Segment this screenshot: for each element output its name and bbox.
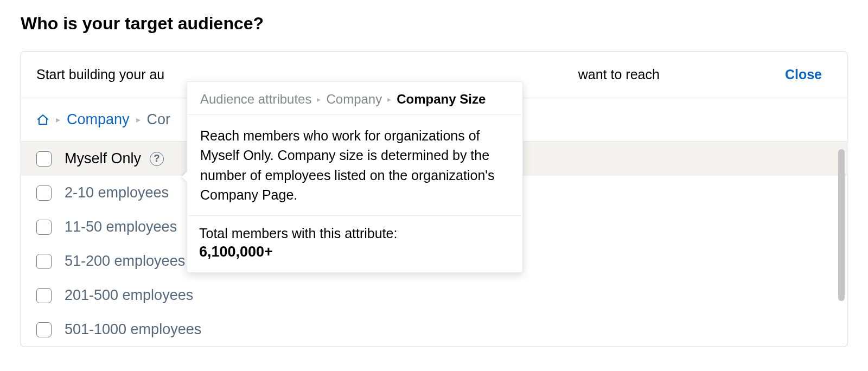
checkbox[interactable] <box>36 151 52 167</box>
scrollbar[interactable] <box>838 149 845 301</box>
help-icon[interactable]: ? <box>150 152 164 166</box>
tooltip-count: 6,100,000+ <box>199 244 510 260</box>
checkbox[interactable] <box>36 186 52 201</box>
panel-intro-text: Start building your auxxxxxxxxxxxxxxxxxx… <box>36 67 660 82</box>
tooltip-breadcrumb: Audience attributes ▸ Company ▸ Company … <box>188 82 521 115</box>
home-icon[interactable] <box>36 113 49 126</box>
tooltip-footer-label: Total members with this attribute: <box>199 226 510 241</box>
checkbox[interactable] <box>36 288 52 303</box>
option-label: 201-500 employees <box>65 287 193 304</box>
breadcrumb-sep: ▸ <box>136 114 141 125</box>
checkbox[interactable] <box>36 254 52 269</box>
breadcrumb-sep: ▸ <box>56 114 60 125</box>
tooltip-crumb-audience: Audience attributes <box>200 92 311 107</box>
option-row[interactable]: 201-500 employees <box>21 278 847 312</box>
option-label: Myself Only <box>65 150 141 167</box>
option-label: 11-50 employees <box>65 219 177 235</box>
option-row[interactable]: 501-1000 employees <box>21 312 847 347</box>
tooltip-crumb-company: Company <box>326 92 382 107</box>
option-label: 501-1000 employees <box>65 321 201 338</box>
intro-text-right: want to reach <box>578 67 660 82</box>
tooltip-crumb-size: Company Size <box>397 92 486 107</box>
close-button[interactable]: Close <box>785 67 822 82</box>
tooltip-footer: Total members with this attribute: 6,100… <box>187 216 522 272</box>
audience-panel: Start building your auxxxxxxxxxxxxxxxxxx… <box>21 51 847 347</box>
chevron-right-icon: ▸ <box>317 95 321 104</box>
attribute-tooltip: Audience attributes ▸ Company ▸ Company … <box>187 81 523 273</box>
tooltip-description: Reach members who work for organizations… <box>188 115 521 216</box>
intro-text-left: Start building your au <box>36 67 164 82</box>
breadcrumb-truncated: Cor <box>147 111 171 128</box>
page-title: Who is your target audience? <box>21 14 847 34</box>
option-label: 2-10 employees <box>65 184 169 201</box>
checkbox[interactable] <box>36 220 52 235</box>
checkbox[interactable] <box>36 322 52 337</box>
breadcrumb-company[interactable]: Company <box>67 111 130 128</box>
option-label: 51-200 employees <box>65 253 185 270</box>
chevron-right-icon: ▸ <box>387 95 391 104</box>
